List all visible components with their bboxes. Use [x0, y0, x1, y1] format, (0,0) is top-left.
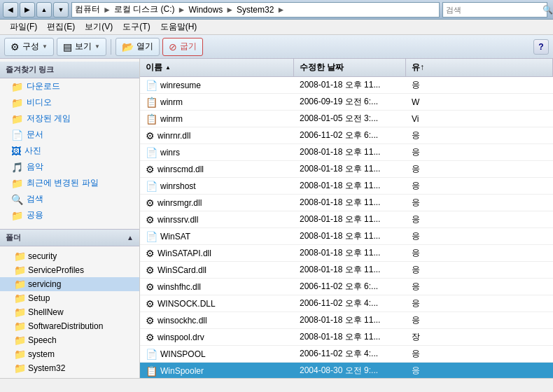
- folder-speech-icon: 📁: [14, 335, 26, 346]
- crumb-system32[interactable]: System32: [237, 5, 274, 15]
- folder-section: 폴더 ▲ 📁 security 📁 ServiceProfiles 📁 serv…: [0, 229, 139, 378]
- fav-recent-changes[interactable]: 📁 최근에 변경된 파일: [0, 175, 139, 191]
- file-row[interactable]: ⚙ winspool.drv 2008-01-18 오후 11... 장: [140, 329, 553, 346]
- view-icon: ▤: [63, 41, 72, 52]
- help-button[interactable]: ?: [533, 39, 549, 55]
- search-input[interactable]: [446, 6, 542, 14]
- file-row[interactable]: 📋 winrm 2008-01-05 오전 3:... Vi: [140, 111, 553, 127]
- file-date-cell: 2004-08-30 오전 9:...: [294, 364, 406, 377]
- col-name-label: 이름: [146, 62, 162, 74]
- fav-search-label: 검색: [27, 193, 43, 205]
- view-button[interactable]: ▤ 보기 ▼: [57, 38, 106, 56]
- col-header-type[interactable]: 유↑: [406, 59, 553, 76]
- dropdown-button[interactable]: ▼: [53, 2, 69, 18]
- forward-button[interactable]: ▶: [20, 2, 35, 18]
- status-bar: [0, 378, 553, 392]
- folder-security-label: security: [28, 251, 57, 261]
- crumb-drive[interactable]: 로컬 디스크 (C:): [114, 4, 175, 15]
- file-row[interactable]: 📄 WINSPOOL 2006-11-02 오후 4:... 응: [140, 346, 553, 363]
- organize-button[interactable]: ⚙ 구성 ▼: [4, 38, 54, 56]
- folder-security[interactable]: 📁 security: [0, 249, 139, 263]
- menu-file[interactable]: 파일(F): [6, 20, 41, 34]
- file-name-cell: 📄 WinSAT: [140, 230, 294, 243]
- fav-photos[interactable]: 🖼 사진: [0, 143, 139, 159]
- fav-search[interactable]: 🔍 검색: [0, 191, 139, 207]
- folder-servicing-icon: 📁: [14, 279, 26, 290]
- open-button[interactable]: 📂 열기: [115, 38, 160, 56]
- file-row[interactable]: ⚙ winshfhc.dll 2006-11-02 오후 6:... 응: [140, 279, 553, 295]
- col-header-name[interactable]: 이름 ▲: [140, 59, 294, 76]
- file-type-icon: ⚙: [146, 265, 155, 276]
- file-row[interactable]: ⚙ WinSATAPI.dll 2008-01-18 오후 11... 응: [140, 245, 553, 262]
- file-type-cell: 응: [406, 297, 553, 310]
- file-date-cell: 2006-11-02 오후 6:...: [294, 129, 406, 142]
- file-name-cell: ⚙ winsockhc.dll: [140, 314, 294, 327]
- file-row[interactable]: ⚙ winrssrv.dll 2008-01-18 오후 11... 응: [140, 211, 553, 228]
- file-row[interactable]: 📋 WinSpooler 2004-08-30 오전 9:... 응: [140, 363, 553, 378]
- crumb-windows[interactable]: Windows: [188, 5, 223, 15]
- crumb-sep-3: ►: [225, 5, 234, 15]
- file-row[interactable]: 📄 winrshost 2008-01-18 오후 11... 응: [140, 178, 553, 195]
- file-row[interactable]: ⚙ WINSOCK.DLL 2006-11-02 오후 4:... 응: [140, 295, 553, 312]
- file-type-icon: 📄: [146, 181, 158, 192]
- file-type-icon: ⚙: [146, 214, 155, 225]
- crumb-computer[interactable]: 컴퓨터: [75, 4, 100, 15]
- file-name: winshfhc.dll: [158, 282, 201, 292]
- folder-system32[interactable]: 📁 System32: [0, 361, 139, 375]
- folder-system[interactable]: 📁 system: [0, 347, 139, 361]
- file-name-cell: ⚙ WinSATAPI.dll: [140, 247, 294, 260]
- menu-tools[interactable]: 도구(T): [118, 20, 154, 34]
- file-row[interactable]: ⚙ winrsmgr.dll 2008-01-18 오후 11... 응: [140, 195, 553, 211]
- music-icon: 🎵: [11, 162, 23, 173]
- search-box[interactable]: 🔍: [442, 2, 547, 18]
- fav-documents[interactable]: 📄 문서: [0, 127, 139, 143]
- address-path[interactable]: 컴퓨터 ► 로컬 디스크 (C:) ► Windows ► System32 ►: [71, 2, 440, 18]
- file-date-cell: 2008-01-18 오후 11...: [294, 162, 406, 176]
- file-row[interactable]: 📄 winrs 2008-01-18 오후 11... 응: [140, 144, 553, 161]
- folder-shellnew[interactable]: 📁 ShellNew: [0, 305, 139, 319]
- fav-video[interactable]: 📁 비디오: [0, 94, 139, 111]
- up-button[interactable]: ▲: [36, 2, 52, 18]
- file-row[interactable]: 📄 WinSAT 2008-01-18 오후 11... 응: [140, 228, 553, 245]
- file-row[interactable]: 📋 winrm 2006-09-19 오전 6:... W: [140, 94, 553, 111]
- file-name: WinSpooler: [160, 366, 204, 376]
- file-row[interactable]: ⚙ WinSCard.dll 2008-01-18 오후 11... 응: [140, 262, 553, 279]
- col-header-date[interactable]: 수정한 날짜: [294, 59, 406, 76]
- nav-buttons: ◀ ▶ ▲ ▼: [3, 2, 69, 18]
- file-type-icon: 📄: [146, 231, 158, 242]
- file-type-cell: 응: [406, 179, 553, 192]
- title-bar: ◀ ▶ ▲ ▼ 컴퓨터 ► 로컬 디스크 (C:) ► Windows ► Sy…: [0, 0, 553, 20]
- file-name-cell: ⚙ winrscmd.dll: [140, 163, 294, 176]
- folder-shellnew-label: ShellNew: [28, 307, 64, 317]
- organize-dropdown-arrow: ▼: [42, 43, 48, 50]
- menu-view[interactable]: 보기(V): [80, 20, 117, 34]
- folder-serviceprofiles[interactable]: 📁 ServiceProfiles: [0, 263, 139, 277]
- address-bar: 컴퓨터 ► 로컬 디스크 (C:) ► Windows ► System32 ►…: [71, 2, 547, 18]
- favorites-header[interactable]: 즐겨찾기 링크: [0, 62, 139, 78]
- fav-public[interactable]: 📁 공용: [0, 207, 139, 223]
- file-row[interactable]: ⚙ winrscmd.dll 2008-01-18 오후 11... 응: [140, 161, 553, 178]
- folders-header[interactable]: 폴더 ▲: [0, 229, 139, 246]
- menu-edit[interactable]: 편집(E): [43, 20, 79, 34]
- file-type-icon: ⚙: [146, 332, 155, 343]
- file-row[interactable]: 📄 winresume 2008-01-18 오후 11... 응: [140, 77, 553, 94]
- folder-serviceprofiles-label: ServiceProfiles: [28, 265, 84, 275]
- fav-saved-games[interactable]: 📁 저장된 게임: [0, 111, 139, 127]
- folder-servicing[interactable]: 📁 servicing: [0, 277, 139, 291]
- file-date-cell: 2008-01-18 오후 11...: [294, 314, 406, 327]
- back-button[interactable]: ◀: [3, 2, 18, 18]
- file-row[interactable]: ⚙ winrnr.dll 2006-11-02 오후 6:... 응: [140, 127, 553, 144]
- fav-saved-games-label: 저장된 게임: [27, 113, 71, 125]
- menu-help[interactable]: 도움말(H): [156, 20, 202, 34]
- file-row[interactable]: ⚙ winsockhc.dll 2008-01-18 오후 11... 응: [140, 312, 553, 329]
- folder-setup[interactable]: 📁 Setup: [0, 291, 139, 305]
- file-name-cell: ⚙ WINSOCK.DLL: [140, 298, 294, 310]
- burn-button[interactable]: ⊘ 굽기: [162, 38, 203, 56]
- folder-softwaredistribution[interactable]: 📁 SoftwareDistribution: [0, 319, 139, 333]
- file-name: WinSAT: [160, 232, 190, 241]
- fav-music[interactable]: 🎵 음악: [0, 159, 139, 175]
- file-date-cell: 2008-01-18 오후 11...: [294, 196, 406, 209]
- fav-downloads[interactable]: 📁 다운로드: [0, 78, 139, 94]
- file-date-cell: 2008-01-18 오후 11...: [294, 213, 406, 226]
- folder-speech[interactable]: 📁 Speech: [0, 333, 139, 347]
